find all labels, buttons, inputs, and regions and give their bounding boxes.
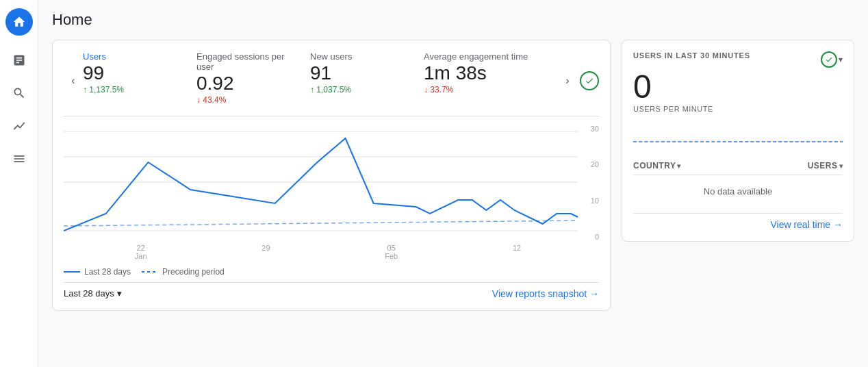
metric-new-label: New users bbox=[310, 51, 413, 62]
realtime-check-badge[interactable]: ▾ bbox=[821, 51, 843, 68]
metric-engaged-change: ↓ 43.4% bbox=[196, 95, 299, 105]
view-reports-label: View reports snapshot → bbox=[492, 288, 599, 299]
x-label-12: 12 bbox=[513, 244, 521, 260]
sidebar-item-configure[interactable] bbox=[5, 145, 33, 173]
chart-x-labels: 22 Jan 29 05 Feb 12 bbox=[64, 241, 599, 260]
users-header[interactable]: USERS ▾ bbox=[808, 161, 843, 170]
realtime-subtitle: USERS PER MINUTE bbox=[633, 105, 843, 113]
side-card: USERS IN LAST 30 MINUTES ▾ 0 USERS PER M… bbox=[622, 40, 854, 242]
page-title: Home bbox=[52, 11, 854, 29]
chart-legend: Last 28 days Preceding period bbox=[64, 267, 599, 277]
sparkline-svg bbox=[633, 121, 843, 149]
metric-users-value: 99 bbox=[83, 62, 186, 85]
x-label-29: 29 bbox=[261, 244, 270, 260]
no-data-message: No data available bbox=[633, 175, 843, 207]
users-sort-arrow: ▾ bbox=[839, 162, 843, 170]
cards-row: ‹ Users 99 ↑ 1,137.5% Engaged sessions p… bbox=[52, 40, 854, 311]
legend-solid-label: Last 28 days bbox=[84, 267, 131, 277]
realtime-dropdown-arrow[interactable]: ▾ bbox=[839, 55, 843, 64]
sidebar-item-explore[interactable] bbox=[5, 79, 33, 107]
metric-avg-change: ↓ 33.7% bbox=[424, 85, 547, 94]
realtime-table-header: COUNTRY ▾ USERS ▾ bbox=[633, 157, 843, 175]
compare-badge[interactable] bbox=[580, 71, 599, 90]
sidebar-item-advertising[interactable] bbox=[5, 112, 33, 140]
metric-avg-engagement[interactable]: Average engagement time 1m 38s ↓ 33.7% bbox=[424, 51, 558, 110]
metric-engaged-value: 0.92 bbox=[196, 72, 299, 95]
users-header-label: USERS bbox=[808, 161, 838, 170]
legend-dashed: Preceding period bbox=[142, 267, 225, 277]
main-card: ‹ Users 99 ↑ 1,137.5% Engaged sessions p… bbox=[52, 40, 611, 311]
metric-new-value: 91 bbox=[310, 62, 413, 85]
sidebar-item-reports[interactable] bbox=[5, 47, 33, 74]
sparkline-area bbox=[633, 121, 843, 149]
metric-users[interactable]: Users 99 ↑ 1,137.5% bbox=[83, 51, 196, 110]
metric-users-change: ↑ 1,137.5% bbox=[83, 85, 186, 94]
metric-engaged-label: Engaged sessions per user bbox=[196, 51, 299, 72]
legend-solid: Last 28 days bbox=[64, 267, 131, 277]
realtime-badge-icon bbox=[821, 51, 837, 68]
period-dropdown-arrow: ▾ bbox=[117, 288, 122, 299]
metric-new-change: ↑ 1,037.5% bbox=[310, 85, 413, 94]
side-card-footer: View real time → bbox=[633, 213, 843, 230]
legend-solid-line bbox=[64, 271, 80, 273]
country-sort-arrow: ▾ bbox=[677, 162, 681, 170]
sidebar bbox=[0, 0, 38, 367]
realtime-count: 0 bbox=[633, 71, 843, 103]
prev-metric-button[interactable]: ‹ bbox=[64, 71, 83, 90]
country-header-label: COUNTRY bbox=[633, 161, 676, 170]
period-label: Last 28 days bbox=[64, 288, 114, 299]
legend-dashed-label: Preceding period bbox=[162, 267, 225, 277]
realtime-title: USERS IN LAST 30 MINUTES bbox=[633, 51, 750, 60]
main-content: Home ‹ Users 99 ↑ 1,137.5% Engaged sessi… bbox=[38, 0, 868, 367]
chart-y-labels: 30 20 10 0 bbox=[578, 125, 599, 241]
metrics-row: ‹ Users 99 ↑ 1,137.5% Engaged sessions p… bbox=[64, 51, 599, 116]
chart-area: 30 20 10 0 2 bbox=[64, 125, 599, 262]
main-card-footer: Last 28 days ▾ View reports snapshot → bbox=[64, 282, 599, 299]
metric-new-users[interactable]: New users 91 ↑ 1,037.5% bbox=[310, 51, 424, 110]
legend-dashed-line bbox=[142, 271, 158, 273]
chart-svg bbox=[64, 125, 599, 241]
country-header[interactable]: COUNTRY ▾ bbox=[633, 161, 681, 170]
sidebar-item-home[interactable] bbox=[5, 8, 33, 36]
x-label-05: 05 Feb bbox=[385, 244, 398, 260]
svg-line-4 bbox=[64, 220, 578, 226]
metric-avg-label: Average engagement time bbox=[424, 51, 547, 62]
metric-avg-value: 1m 38s bbox=[424, 62, 547, 85]
metric-users-label: Users bbox=[83, 51, 186, 62]
view-reports-link[interactable]: View reports snapshot → bbox=[492, 288, 599, 299]
period-selector[interactable]: Last 28 days ▾ bbox=[64, 288, 122, 299]
view-realtime-label: View real time → bbox=[770, 219, 843, 230]
view-realtime-link[interactable]: View real time → bbox=[770, 219, 843, 230]
x-label-22: 22 Jan bbox=[135, 244, 147, 260]
metric-engaged-sessions[interactable]: Engaged sessions per user 0.92 ↓ 43.4% bbox=[196, 51, 310, 110]
next-metric-button[interactable]: › bbox=[558, 71, 577, 90]
